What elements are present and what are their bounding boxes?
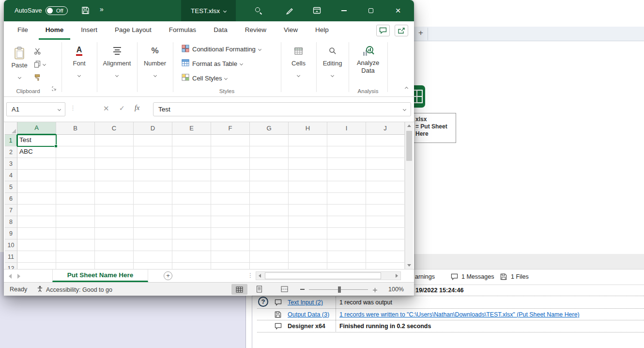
cell-D5[interactable] <box>134 181 172 193</box>
warnings-filter-button[interactable]: arnings <box>415 273 435 280</box>
cell-F6[interactable] <box>211 193 250 205</box>
cell-G6[interactable] <box>250 193 289 205</box>
ribbon-display-options-icon[interactable] <box>313 7 321 16</box>
vertical-scrollbar-thumb[interactable] <box>406 131 412 161</box>
formula-input[interactable]: Test <box>153 102 411 116</box>
save-icon[interactable] <box>81 6 90 16</box>
ribbon-tab-home[interactable]: Home <box>39 21 71 40</box>
ribbon-tab-page-layout[interactable]: Page Layout <box>108 21 158 40</box>
cell-C2[interactable] <box>95 146 134 158</box>
cell-H6[interactable] <box>289 193 327 205</box>
row-header-8[interactable]: 8 <box>5 216 17 228</box>
cell-A7[interactable] <box>17 205 56 216</box>
row-header-5[interactable]: 5 <box>5 181 17 193</box>
row-header-2[interactable]: 2 <box>5 146 17 158</box>
cell-D8[interactable] <box>134 216 172 228</box>
ribbon-tab-insert[interactable]: Insert <box>74 21 104 40</box>
column-header-A[interactable]: A <box>17 122 56 135</box>
cell-G8[interactable] <box>250 216 289 228</box>
column-header-G[interactable]: G <box>250 122 289 135</box>
cell-D6[interactable] <box>134 193 172 205</box>
zoom-slider[interactable] <box>309 289 368 290</box>
zoom-level[interactable]: 100% <box>385 286 404 293</box>
comments-button[interactable] <box>376 25 390 36</box>
cell-C6[interactable] <box>95 193 134 205</box>
cell-C7[interactable] <box>95 205 134 216</box>
copy-button[interactable] <box>34 58 55 71</box>
cell-C4[interactable] <box>95 170 134 181</box>
cell-D4[interactable] <box>134 170 172 181</box>
cell-D7[interactable] <box>134 205 172 216</box>
cell-J5[interactable] <box>366 181 405 193</box>
cell-J10[interactable] <box>366 239 405 251</box>
cell-A12[interactable] <box>17 263 56 269</box>
ribbon-tab-help[interactable]: Help <box>308 21 336 40</box>
cell-B10[interactable] <box>56 239 95 251</box>
cell-B1[interactable] <box>56 135 95 146</box>
message-tool-name[interactable]: Text Input (2) <box>288 299 323 306</box>
cell-F4[interactable] <box>211 170 250 181</box>
cell-C1[interactable] <box>95 135 134 146</box>
column-header-B[interactable]: B <box>56 122 95 135</box>
scroll-down-icon[interactable] <box>407 264 411 267</box>
previous-sheet-icon[interactable] <box>9 274 12 279</box>
formula-bar-grip[interactable]: ⋮ <box>70 104 76 111</box>
files-filter-button[interactable]: 1 Files <box>511 273 529 280</box>
cell-A2[interactable]: ABC <box>17 146 56 158</box>
cell-G7[interactable] <box>250 205 289 216</box>
cell-H5[interactable] <box>289 181 327 193</box>
cell-D9[interactable] <box>134 228 172 239</box>
cell-G11[interactable] <box>250 251 289 263</box>
view-page-break-button[interactable] <box>281 286 288 294</box>
select-all-corner[interactable] <box>5 122 17 135</box>
results-message-row[interactable]: Output Data (3)1 records were written to… <box>257 309 644 321</box>
cell-B11[interactable] <box>56 251 95 263</box>
column-header-F[interactable]: F <box>211 122 250 135</box>
cell-F5[interactable] <box>211 181 250 193</box>
cell-F12[interactable] <box>211 263 250 269</box>
cell-G9[interactable] <box>250 228 289 239</box>
column-header-E[interactable]: E <box>172 122 211 135</box>
cell-E5[interactable] <box>172 181 211 193</box>
scroll-right-icon[interactable] <box>396 274 398 278</box>
cancel-icon[interactable]: ✕ <box>103 104 109 113</box>
cell-G10[interactable] <box>250 239 289 251</box>
horizontal-scrollbar[interactable] <box>256 271 401 280</box>
ribbon-group-cells[interactable]: Cells <box>281 40 316 96</box>
cell-B8[interactable] <box>56 216 95 228</box>
row-header-6[interactable]: 6 <box>5 193 17 205</box>
cell-G2[interactable] <box>250 146 289 158</box>
column-header-I[interactable]: I <box>327 122 366 135</box>
cell-J9[interactable] <box>366 228 405 239</box>
messages-filter-button[interactable]: 1 Messages <box>461 273 494 280</box>
filename-box[interactable]: TEST.xlsx <box>181 0 236 21</box>
row-header-9[interactable]: 9 <box>5 228 17 239</box>
cell-B12[interactable] <box>56 263 95 269</box>
search-icon[interactable] <box>255 7 262 16</box>
analyze-data-button[interactable]: Analyze Data <box>353 59 383 75</box>
cell-C9[interactable] <box>95 228 134 239</box>
cell-G3[interactable] <box>250 158 289 170</box>
more-commands-button[interactable]: » <box>100 5 104 13</box>
enter-check-icon[interactable]: ✓ <box>119 104 125 112</box>
cell-H4[interactable] <box>289 170 327 181</box>
conditional-formatting-button[interactable]: Conditional Formatting <box>182 44 261 54</box>
cell-A1[interactable]: Test <box>17 135 56 146</box>
paste-button[interactable]: Paste <box>8 42 31 80</box>
cell-A8[interactable] <box>17 216 56 228</box>
cell-B2[interactable] <box>56 146 95 158</box>
cell-H10[interactable] <box>289 239 327 251</box>
ribbon-group-alignment[interactable]: Alignment <box>97 40 137 96</box>
clipboard-dialog-launcher-icon[interactable] <box>52 84 57 93</box>
cell-C8[interactable] <box>95 216 134 228</box>
autosave-toggle[interactable]: Off <box>46 6 68 15</box>
row-header-10[interactable]: 10 <box>5 239 17 251</box>
results-message-row[interactable]: Text Input (2)1 record was output <box>257 297 644 309</box>
cell-A9[interactable] <box>17 228 56 239</box>
cell-F1[interactable] <box>211 135 250 146</box>
cell-C10[interactable] <box>95 239 134 251</box>
cell-H9[interactable] <box>289 228 327 239</box>
cell-J12[interactable] <box>366 263 405 269</box>
cell-B3[interactable] <box>56 158 95 170</box>
ribbon-tab-file[interactable]: File <box>11 21 35 40</box>
